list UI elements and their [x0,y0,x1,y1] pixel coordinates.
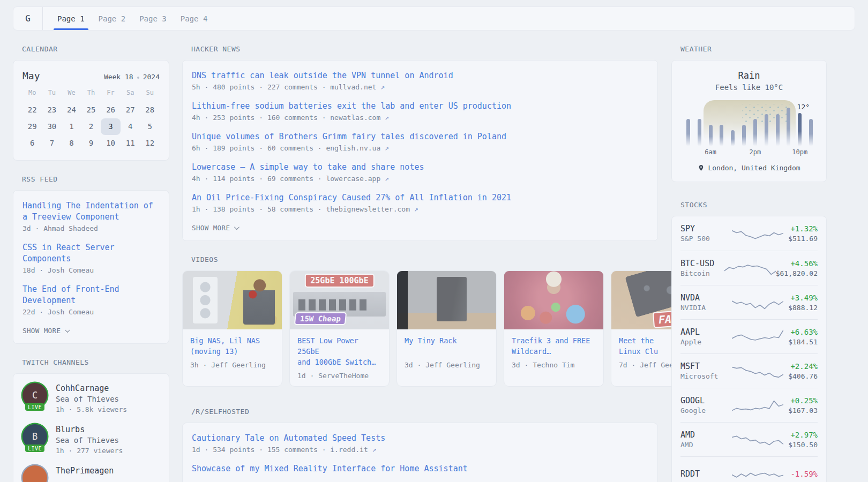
calendar-day: 25 [81,102,101,118]
stock-symbol: MSFT [680,361,732,372]
rss-item-meta: 18d · Josh Comeau [23,265,160,275]
weather-condition: Rain [683,69,815,82]
hn-item-title[interactable]: Lowercase – A simple way to take and sha… [192,162,648,173]
hn-item-title[interactable]: Unique volumes of Brothers Grimm fairy t… [192,131,648,142]
videos-row: LIL NASBig NAS, Lil NAS (moving 13)3h · … [182,270,671,387]
rss-item-title[interactable]: The End of Front-End Development [23,284,160,306]
hn-item-meta: 1h · 138 points · 58 comments · thebigne… [192,204,648,214]
tab-page-1[interactable]: Page 1 [50,7,92,30]
hn-item: Lowercase – A simple way to take and sha… [192,162,648,184]
reddit-section-label: /R/SELFHOSTED [191,408,658,416]
calendar-weekday: Sa [121,89,140,99]
hn-item-meta: 4h · 114 points · 69 comments · lowercas… [192,174,648,184]
stock-price: $406.76 [783,372,818,381]
video-thumbnail[interactable] [397,271,496,329]
tab-page-4[interactable]: Page 4 [174,7,215,30]
stock-symbol: BTC-USD [680,258,724,269]
video-thumbnail[interactable]: FAS [611,271,671,329]
stock-sparkline [724,259,776,277]
stock-values: +0.25%$167.03 [783,395,818,416]
stock-row-googl[interactable]: GOOGLGoogle+0.25%$167.03 [680,388,818,422]
stock-change: +3.49% [783,292,818,303]
rss-item-title[interactable]: CSS in React Server Components [23,242,160,265]
calendar-day: 27 [121,102,140,118]
hn-item-title[interactable]: An Oil Price-Fixing Conspiracy Caused 27… [192,192,648,204]
hn-item-domain[interactable]: english.nv.ua [326,144,380,152]
stock-row-spy[interactable]: SPYS&P 500+1.32%$511.69 [680,216,818,251]
stock-row-nvda[interactable]: NVDANVIDIA+3.49%$888.12 [680,285,818,319]
reddit-item-title[interactable]: Cautionary Tale on Automated Speed Tests [192,433,648,444]
video-card-body: My Tiny Rack3d · Jeff Geerling [397,329,496,375]
weather-feels-like: Feels like 10°C [683,82,815,93]
videos-carousel: LIL NASBig NAS, Lil NAS (moving 13)3h · … [182,270,671,387]
thumbnail-dim-overlay [290,271,389,329]
calendar-weekday: Mo [23,89,42,99]
calendar-weekday: Tu [42,89,62,99]
stocks-section: STOCKS SPYS&P 500+1.32%$511.69BTC-USDBit… [671,201,827,482]
tab-page-2[interactable]: Page 2 [92,7,133,30]
stock-name: NVIDIA [680,303,732,313]
rss-item-title[interactable]: Handling The Indentation of a Treeview C… [23,200,160,223]
daylight-region [704,100,796,145]
stock-row-aapl[interactable]: AAPLApple+6.63%$184.51 [680,319,818,353]
video-title[interactable]: Big NAS, Lil NAS (moving 13) [190,335,274,357]
external-link-icon: ↗ [380,144,389,152]
calendar-day: 24 [62,102,81,118]
twitch-channel-name: ThePrimeagen [56,465,114,476]
twitch-channel-meta: 1h · 277 viewers [56,446,123,456]
video-thumbnail[interactable]: LIL NAS [183,271,282,329]
hn-item-domain[interactable]: mullvad.net [330,83,376,91]
hn-item-domain[interactable]: lowercase.app [326,175,380,183]
dashboard-page: G Page 1Page 2Page 3Page 4 CALENDAR May … [0,0,868,482]
twitch-avatar [23,465,47,482]
video-title[interactable]: My Tiny Rack [405,335,489,357]
calendar-day: 6 [23,135,42,152]
stock-sparkline [732,328,783,346]
hn-item-title[interactable]: DNS traffic can leak outside the VPN tun… [192,70,648,81]
reddit-item-domain[interactable]: i.redd.it [330,446,368,454]
video-thumbnail[interactable] [504,271,603,329]
stock-id: AAPLApple [680,327,732,347]
video-thumbnail[interactable]: 25GbE 100GbE15W Cheap [290,271,389,329]
video-card: FASMeet the Linux Clu7d · Jeff Geerling [611,270,671,387]
stock-row-btc-usd[interactable]: BTC-USDBitcoin+4.56%$61,820.02 [680,251,818,285]
weather-bar [742,125,746,146]
hn-item-domain[interactable]: newatlas.com [330,114,380,122]
video-title[interactable]: Traefik 3 and FREE Wildcard… [512,335,596,357]
video-card-body: Meet the Linux Clu7d · Jeff Geerling [611,329,671,375]
calendar-day: 11 [121,135,140,152]
hn-item-domain[interactable]: thebignewsletter.com [326,205,410,213]
weather-location: London, United Kingdom [708,164,800,172]
stock-row-amd[interactable]: AMDAMD+2.97%$150.50 [680,422,818,456]
weather-bar [765,114,768,146]
stock-change: +2.97% [783,430,818,440]
video-meta: 3d · Jeff Geerling [405,361,489,369]
hn-show-more-button[interactable]: SHOW MORE [192,224,238,232]
tab-page-3[interactable]: Page 3 [132,7,174,30]
rss-item-meta: 3d · Ahmad Shadeed [23,223,160,234]
hn-item-title[interactable]: Lithium-free sodium batteries exit the l… [192,101,648,112]
app-logo[interactable]: G [13,7,43,30]
external-link-icon: ↗ [368,446,377,454]
stock-row-msft[interactable]: MSFTMicrosoft+2.24%$406.76 [680,353,818,388]
calendar-weekday: Fr [101,89,121,99]
reddit-item-title[interactable]: Showcase of my Mixed Reality Interface f… [192,463,648,475]
stock-row-rddt[interactable]: RDDT-1.59% [680,456,818,482]
calendar-year: 2024 [143,73,160,81]
stock-symbol: SPY [680,223,732,234]
thumbnail-text-badge: LIL NAS [244,316,277,325]
weather-hourly-chart: 12° [683,100,817,146]
calendar-day: 10 [101,135,121,152]
video-title[interactable]: Meet the Linux Clu [619,335,671,357]
reddit-item: Showcase of my Mixed Reality Interface f… [192,463,648,475]
twitch-channel-blurbs[interactable]: BLIVEBlurbsSea of Thieves1h · 277 viewer… [23,424,160,456]
video-card-body: Traefik 3 and FREE Wildcard…3d · Techno … [504,329,603,375]
hn-item: Unique volumes of Brothers Grimm fairy t… [192,131,648,153]
hn-item: An Oil Price-Fixing Conspiracy Caused 27… [192,192,648,214]
stock-id: NVDANVIDIA [680,292,732,313]
twitch-channel-info: CohhCarnageSea of Thieves1h · 5.8k viewe… [56,383,127,415]
twitch-channel-cohhcarnage[interactable]: CLIVECohhCarnageSea of Thieves1h · 5.8k … [23,383,160,415]
video-title[interactable]: BEST Low Power 25GbE and 100GbE Switch… [297,335,381,367]
twitch-channel-theprimeagen[interactable]: ThePrimeagen [23,465,160,482]
rss-show-more-button[interactable]: SHOW MORE [23,327,69,335]
